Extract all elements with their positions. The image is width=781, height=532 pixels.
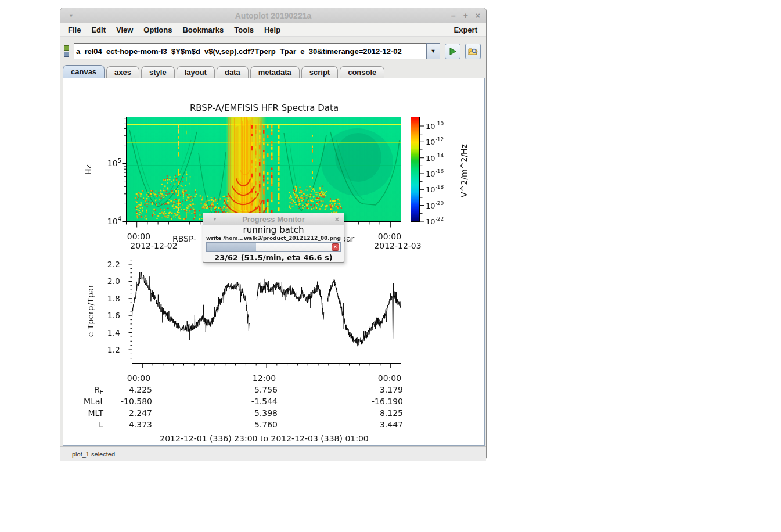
ephemeris-value: -10.580 xyxy=(121,397,152,406)
play-icon xyxy=(448,47,457,56)
maximize-button[interactable]: + xyxy=(463,11,468,20)
ephemeris-value: 3.447 xyxy=(380,420,403,429)
colorbar-tick-label: 10-12 xyxy=(426,136,444,146)
colorbar-tick-label: 10-14 xyxy=(426,153,444,163)
uri-input[interactable] xyxy=(74,43,426,59)
menu-item-options[interactable]: Options xyxy=(138,26,177,34)
progress-dialog-title: Progress Monitor xyxy=(203,215,344,224)
spectro-xdate-label: 2012-12-02 xyxy=(130,241,177,250)
spectro-ytick-label: 105 xyxy=(107,157,121,168)
tabstrip: canvasaxesstylelayoutdatametadatascriptc… xyxy=(60,66,486,78)
time-range-footer: 2012-12-01 (336) 23:00 to 2012-12-03 (33… xyxy=(160,434,368,443)
plot-element-square-green-icon[interactable] xyxy=(64,45,69,51)
colorbar-tick-label: 10-20 xyxy=(426,200,444,210)
collapse-icon[interactable]: ▼ xyxy=(213,217,217,222)
tab-data[interactable]: data xyxy=(217,66,249,78)
spectro-xtick-label: 00:00 xyxy=(127,232,150,241)
menu-item-view[interactable]: View xyxy=(111,26,138,34)
autoplot-window: ▼ Autoplot 20190221a – + × FileEditViewO… xyxy=(60,8,487,459)
colorbar-label: V^2/m^2/Hz xyxy=(459,144,469,197)
expert-mode-toggle[interactable]: Expert xyxy=(448,26,484,34)
line-ytick-label: 1.6 xyxy=(107,311,120,320)
spectro-ytick-label: 104 xyxy=(107,215,121,226)
spectrogram-canvas xyxy=(126,117,401,221)
colorbar-tick-label: 10-16 xyxy=(426,168,444,178)
window-title: Autoplot 20190221a xyxy=(60,11,486,20)
spectrogram-title: RBSP-A/EMFISIS HFR Spectra Data xyxy=(190,103,339,113)
window-titlebar[interactable]: ▼ Autoplot 20190221a – + × xyxy=(60,8,486,23)
minimize-button[interactable]: – xyxy=(451,11,456,20)
ephemeris-value: 4.225 xyxy=(129,385,152,394)
menu-item-file[interactable]: File xyxy=(63,26,86,34)
canvas-panel[interactable]: RBSP-A/EMFISIS HFR Spectra Data105104Hz1… xyxy=(63,78,485,446)
ephemeris-value: 3.179 xyxy=(380,385,403,394)
window-menu-icon[interactable]: ▼ xyxy=(69,13,74,19)
go-button[interactable] xyxy=(445,44,460,59)
line-ytick-label: 2.2 xyxy=(107,260,120,269)
hidden-title-fragment-left: RBSP- xyxy=(172,234,196,243)
tab-axes[interactable]: axes xyxy=(106,66,139,78)
spectro-xdate-label: 2012-12-03 xyxy=(374,241,421,250)
plot-element-square-blue-icon[interactable] xyxy=(64,52,69,57)
progress-bar: × xyxy=(206,242,341,252)
tab-layout[interactable]: layout xyxy=(177,66,215,78)
menu-item-edit[interactable]: Edit xyxy=(86,26,111,34)
uri-toolbar: ▼ xyxy=(60,37,486,66)
ephemeris-row-label: RE xyxy=(94,385,103,396)
tab-canvas[interactable]: canvas xyxy=(63,65,105,78)
ephemeris-value: 2.247 xyxy=(129,408,152,418)
plot-type-icons xyxy=(64,45,69,57)
ephemeris-value: -16.190 xyxy=(372,397,403,406)
tab-metadata[interactable]: metadata xyxy=(250,66,300,78)
status-bar: plot_1 selected xyxy=(60,446,486,461)
colorbar-tick-label: 10-22 xyxy=(426,216,444,226)
line-ytick-label: 1.4 xyxy=(107,328,120,337)
line-ylabel: e Tperp/Tpar xyxy=(86,285,95,337)
ephemeris-value: -1.544 xyxy=(251,397,278,406)
spectro-xtick-label: 00:00 xyxy=(378,232,401,241)
progress-dialog-titlebar[interactable]: ▼ Progress Monitor × xyxy=(203,213,344,225)
ephemeris-value: 5.756 xyxy=(254,385,278,394)
progress-task-label: running batch xyxy=(203,225,344,235)
ephemeris-value: 5.398 xyxy=(254,408,278,418)
tab-style[interactable]: style xyxy=(141,66,175,78)
ephemeris-value: 5.760 xyxy=(254,420,278,429)
progress-bar-fill xyxy=(207,243,256,251)
line-ytick-label: 2.0 xyxy=(107,276,120,286)
progress-detail-label: write /hom...walk3/product_20121212_00.p… xyxy=(203,235,344,242)
menu-item-help[interactable]: Help xyxy=(259,26,286,34)
menubar: FileEditViewOptionsBookmarksToolsHelpExp… xyxy=(60,23,486,37)
menu-item-tools[interactable]: Tools xyxy=(229,26,259,34)
close-button[interactable]: × xyxy=(476,11,480,20)
menu-item-bookmarks[interactable]: Bookmarks xyxy=(177,26,229,34)
ephemeris-row-label: L xyxy=(99,420,103,429)
window-controls: – + × xyxy=(451,11,480,20)
tab-script[interactable]: script xyxy=(301,66,338,78)
ephemeris-row-label: MLT xyxy=(88,408,103,418)
spectro-ylabel: Hz xyxy=(84,164,93,175)
line-xtick-label: 00:00 xyxy=(378,373,401,383)
line-xtick-label: 12:00 xyxy=(253,373,276,383)
progress-monitor-dialog: ▼ Progress Monitor × running batch write… xyxy=(203,213,344,263)
ephemeris-row-label: MLat xyxy=(84,397,103,406)
cancel-button[interactable]: × xyxy=(332,243,339,251)
tab-console[interactable]: console xyxy=(340,66,384,78)
colorbar-tick-label: 10-10 xyxy=(426,121,444,131)
ephemeris-value: 4.373 xyxy=(129,420,152,429)
ephemeris-value: 8.125 xyxy=(380,408,403,418)
colorbar xyxy=(411,117,420,222)
uri-field-group: ▼ xyxy=(74,43,440,59)
dialog-close-icon[interactable]: × xyxy=(334,215,339,224)
tperp-tpar-trace xyxy=(132,272,401,346)
status-text: plot_1 selected xyxy=(72,451,115,458)
line-ytick-label: 1.2 xyxy=(107,345,120,354)
progress-status-label: 23/62 (51.5/min, eta 46.6 s) xyxy=(203,253,344,262)
uri-dropdown-button[interactable]: ▼ xyxy=(426,43,440,59)
folder-search-icon xyxy=(468,47,478,56)
line-plot-frame xyxy=(132,258,401,364)
line-xtick-label: 00:00 xyxy=(127,373,150,383)
line-ytick-label: 1.8 xyxy=(107,294,120,303)
colorbar-tick-label: 10-18 xyxy=(426,184,444,194)
inspect-button[interactable] xyxy=(465,44,481,59)
chevron-down-icon: ▼ xyxy=(431,48,436,54)
